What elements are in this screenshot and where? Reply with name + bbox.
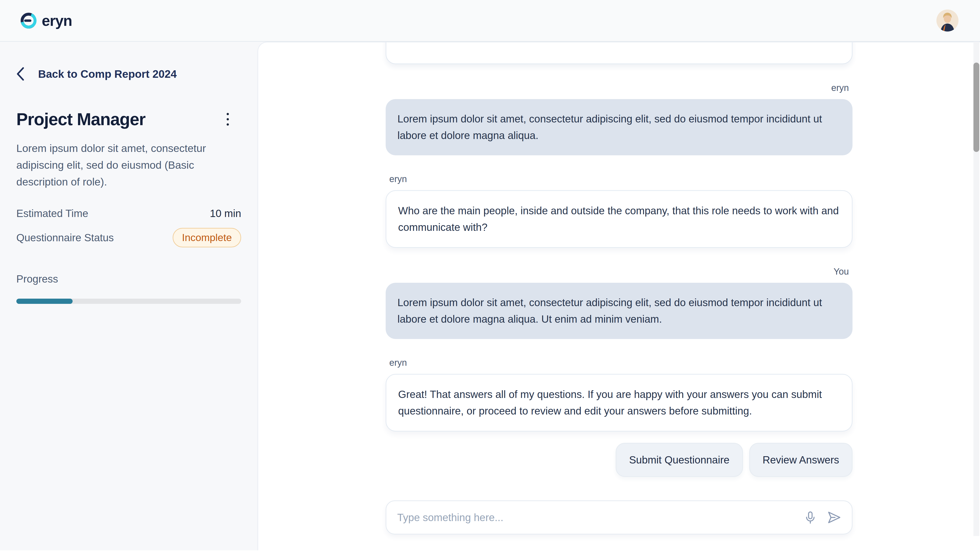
message-author-label: eryn xyxy=(389,174,849,184)
estimated-time-label: Estimated Time xyxy=(16,207,88,219)
back-link-label: Back to Comp Report 2024 xyxy=(38,68,177,80)
message-author-label: eryn xyxy=(389,83,849,93)
message-bubble: Great! That answers all of my questions.… xyxy=(386,374,853,432)
brand-name: eryn xyxy=(42,12,72,29)
kebab-menu-button[interactable] xyxy=(224,110,232,129)
message-input[interactable] xyxy=(397,511,794,524)
status-badge: Incomplete xyxy=(173,228,241,248)
message-input-bar xyxy=(386,500,853,534)
quick-actions: Submit Questionnaire Review Answers xyxy=(386,443,853,477)
meta-section: Estimated Time 10 min Questionnaire Stat… xyxy=(16,204,241,248)
message-bubble: Who are the main people, inside and outs… xyxy=(386,190,853,248)
chat-panel: eryn Lorem ipsum dolor sit amet, consect… xyxy=(258,42,980,550)
microphone-icon[interactable] xyxy=(803,510,817,524)
eryn-logo-icon xyxy=(20,12,37,29)
chat-message: eryn Who are the main people, inside and… xyxy=(386,174,853,248)
chevron-left-icon xyxy=(16,67,24,81)
message-bubble: Lorem ipsum dolor sit amet, consectetur … xyxy=(386,283,853,339)
progress-label: Progress xyxy=(16,273,241,285)
chat-message: eryn Great! That answers all of my quest… xyxy=(386,357,853,432)
chat-message: eryn Lorem ipsum dolor sit amet, consect… xyxy=(386,83,853,155)
progress-bar xyxy=(16,299,241,304)
estimated-time-value: 10 min xyxy=(210,207,241,219)
message-author-label: eryn xyxy=(389,357,849,368)
chat-area: eryn Lorem ipsum dolor sit amet, consect… xyxy=(258,42,980,550)
previous-message-bubble-partial xyxy=(386,42,853,64)
brand-logo[interactable]: eryn xyxy=(20,12,72,29)
estimated-time-row: Estimated Time 10 min xyxy=(16,204,241,223)
chat-scrollbar-track[interactable] xyxy=(974,42,979,536)
review-answers-button[interactable]: Review Answers xyxy=(749,443,853,477)
top-bar: eryn xyxy=(0,0,980,42)
progress-bar-fill xyxy=(16,299,73,304)
content-shell: Back to Comp Report 2024 Project Manager… xyxy=(0,42,980,550)
user-avatar[interactable] xyxy=(937,10,958,32)
chat-message: You Lorem ipsum dolor sit amet, consecte… xyxy=(386,267,853,339)
questionnaire-status-label: Questionnaire Status xyxy=(16,232,114,244)
submit-questionnaire-button[interactable]: Submit Questionnaire xyxy=(616,443,743,477)
message-bubble: Lorem ipsum dolor sit amet, consectetur … xyxy=(386,99,853,155)
back-link[interactable]: Back to Comp Report 2024 xyxy=(16,67,177,81)
message-author-label: You xyxy=(389,267,849,276)
page-title: Project Manager xyxy=(16,109,145,129)
sidebar: Back to Comp Report 2024 Project Manager… xyxy=(0,42,258,550)
questionnaire-status-row: Questionnaire Status Incomplete xyxy=(16,228,241,248)
chat-scrollbar-thumb[interactable] xyxy=(974,63,979,152)
send-icon[interactable] xyxy=(827,510,842,525)
role-description: Lorem ipsum dolor sit amet, consectetur … xyxy=(16,140,222,190)
